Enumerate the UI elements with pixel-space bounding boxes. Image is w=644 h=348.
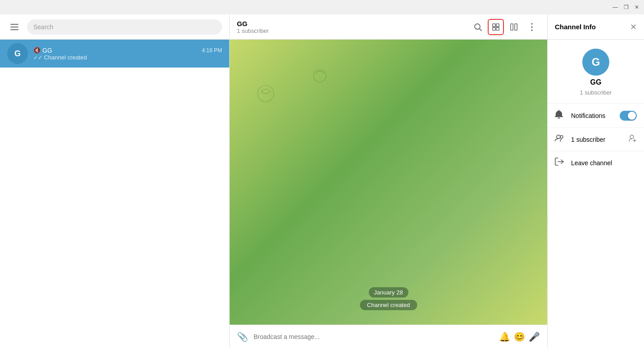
layout-button[interactable] — [506, 19, 522, 35]
panel-close-button[interactable]: ✕ — [630, 22, 637, 32]
chat-preview: ✓✓ Channel created — [33, 54, 222, 61]
add-subscriber-button[interactable] — [629, 134, 637, 145]
chat-avatar-gg: G — [7, 43, 28, 64]
chat-name-row: 🔇 GG 4:18 PM — [33, 47, 222, 54]
channel-info-avatar-area: G GG 1 subscriber — [548, 40, 644, 103]
chat-area: GG 1 subscriber — [230, 14, 547, 348]
svg-line-4 — [480, 29, 481, 31]
attach-button[interactable]: 📎 — [237, 331, 248, 342]
subscribers-row[interactable]: 1 subscriber — [548, 127, 644, 151]
svg-rect-1 — [10, 27, 18, 27]
svg-point-3 — [475, 24, 480, 29]
svg-point-13 — [531, 29, 533, 31]
subscribers-icon — [555, 135, 566, 144]
header-actions — [470, 19, 540, 35]
chat-header: GG 1 subscriber — [230, 14, 547, 40]
app-body: Search G 🔇 GG 4:18 PM ✓✓ Channel created — [0, 14, 644, 348]
date-badge: January 28 — [368, 287, 408, 298]
notifications-label: Notifications — [571, 112, 620, 119]
svg-rect-5 — [493, 23, 495, 26]
notifications-icon — [555, 110, 566, 121]
hamburger-button[interactable] — [7, 20, 22, 34]
chat-info-gg: 🔇 GG 4:18 PM ✓✓ Channel created — [33, 47, 222, 61]
right-panel-header: Channel Info ✕ — [548, 14, 644, 40]
titlebar: — ❐ ✕ — [0, 0, 644, 14]
leave-icon — [555, 158, 566, 168]
svg-rect-0 — [10, 24, 18, 25]
channel-info-subscriber-count: 1 subscriber — [580, 89, 612, 96]
more-options-button[interactable] — [524, 19, 540, 35]
chat-background: January 28 Channel created — [230, 40, 547, 325]
channel-big-avatar: G — [582, 49, 609, 76]
chat-header-name: GG — [237, 20, 464, 27]
svg-rect-2 — [10, 29, 18, 30]
channel-info-name: GG — [590, 78, 602, 86]
svg-point-12 — [531, 26, 533, 28]
voice-button[interactable]: 🎤 — [529, 331, 540, 342]
doodle-pattern — [230, 40, 365, 107]
svg-point-49 — [557, 135, 560, 139]
maximize-button[interactable]: ❐ — [622, 4, 630, 11]
message-input[interactable] — [254, 333, 494, 340]
sidebar: Search G 🔇 GG 4:18 PM ✓✓ Channel created — [0, 14, 230, 348]
leave-channel-row[interactable]: Leave channel — [548, 151, 644, 174]
svg-rect-10 — [515, 23, 517, 30]
chat-input-bar: 📎 🔔 😊 🎤 — [230, 325, 547, 348]
emoji-button[interactable]: 😊 — [514, 331, 525, 342]
search-placeholder: Search — [33, 23, 53, 31]
input-actions: 🔔 😊 🎤 — [499, 331, 540, 342]
svg-rect-7 — [493, 27, 495, 30]
system-message-badge: Channel created — [360, 300, 417, 310]
svg-rect-6 — [496, 23, 499, 26]
minimize-button[interactable]: — — [612, 4, 619, 11]
search-box[interactable]: Search — [27, 19, 222, 35]
chat-header-subscriber: 1 subscriber — [237, 27, 464, 34]
chat-header-info: GG 1 subscriber — [237, 20, 464, 34]
svg-rect-9 — [511, 23, 513, 30]
sidebar-header: Search — [0, 14, 229, 40]
chat-name: 🔇 GG — [33, 47, 52, 54]
svg-point-11 — [531, 23, 533, 25]
chat-item-gg[interactable]: G 🔇 GG 4:18 PM ✓✓ Channel created — [0, 40, 229, 68]
svg-rect-8 — [496, 27, 499, 30]
notifications-toggle[interactable] — [620, 111, 637, 121]
chat-time: 4:18 PM — [202, 47, 222, 54]
leave-label: Leave channel — [571, 159, 612, 167]
right-panel: Channel Info ✕ G GG 1 subscriber Notific… — [547, 14, 644, 348]
svg-point-51 — [630, 135, 634, 139]
muted-icon: 🔇 — [33, 47, 41, 54]
close-button[interactable]: ✕ — [633, 4, 640, 11]
subscribers-label: 1 subscriber — [571, 136, 629, 143]
svg-point-50 — [560, 136, 563, 138]
notifications-row[interactable]: Notifications — [548, 103, 644, 127]
panel-title: Channel Info — [555, 23, 596, 31]
search-button[interactable] — [470, 19, 486, 35]
view-members-button[interactable] — [488, 19, 504, 35]
notifications-input-icon[interactable]: 🔔 — [499, 331, 510, 342]
